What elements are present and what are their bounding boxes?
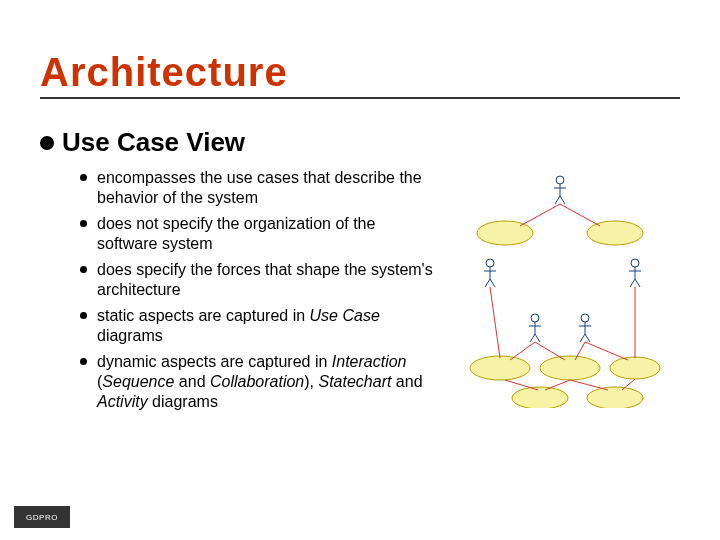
svg-line-33 xyxy=(560,204,600,226)
svg-line-19 xyxy=(535,334,540,342)
svg-line-23 xyxy=(580,334,585,342)
list-item: dynamic aspects are captured in Interact… xyxy=(80,352,440,412)
slide-title: Architecture xyxy=(40,50,680,99)
svg-line-39 xyxy=(585,342,628,360)
svg-line-24 xyxy=(585,334,590,342)
bullet-text: dynamic aspects are captured in Interact… xyxy=(97,352,440,412)
svg-point-0 xyxy=(556,176,564,184)
bullet-text: encompasses the use cases that describe … xyxy=(97,168,440,208)
svg-point-20 xyxy=(581,314,589,322)
bullet-icon xyxy=(80,358,87,365)
svg-point-31 xyxy=(587,387,643,408)
list-item: does not specify the organization of the… xyxy=(80,214,440,254)
svg-point-15 xyxy=(531,314,539,322)
svg-line-9 xyxy=(490,279,495,287)
svg-line-32 xyxy=(520,204,560,226)
svg-line-3 xyxy=(555,196,560,204)
list-item: encompasses the use cases that describe … xyxy=(80,168,440,208)
svg-line-8 xyxy=(485,279,490,287)
subheading: Use Case View xyxy=(40,127,680,158)
svg-line-18 xyxy=(530,334,535,342)
svg-line-40 xyxy=(505,380,538,390)
svg-point-25 xyxy=(477,221,533,245)
svg-line-13 xyxy=(630,279,635,287)
svg-line-42 xyxy=(570,380,608,390)
svg-point-30 xyxy=(512,387,568,408)
bullet-icon xyxy=(80,312,87,319)
bullet-icon xyxy=(80,174,87,181)
svg-line-41 xyxy=(545,380,570,390)
bullet-text: static aspects are captured in Use Case … xyxy=(97,306,440,346)
svg-line-37 xyxy=(535,342,565,360)
svg-line-36 xyxy=(510,342,535,360)
bullet-text: does not specify the organization of the… xyxy=(97,214,440,254)
bullet-list: encompasses the use cases that describe … xyxy=(40,168,440,418)
footer-logo-text: GDPRO xyxy=(26,513,58,522)
svg-point-29 xyxy=(610,357,660,379)
list-item: static aspects are captured in Use Case … xyxy=(80,306,440,346)
svg-point-10 xyxy=(631,259,639,267)
svg-point-5 xyxy=(486,259,494,267)
use-case-diagram-icon xyxy=(450,168,670,408)
bullet-icon xyxy=(80,220,87,227)
list-item: does specify the forces that shape the s… xyxy=(80,260,440,300)
bullet-icon xyxy=(80,266,87,273)
bullet-icon xyxy=(40,136,54,150)
subhead-text: Use Case View xyxy=(62,127,245,158)
svg-point-28 xyxy=(540,356,600,380)
svg-point-27 xyxy=(470,356,530,380)
bullet-text: does specify the forces that shape the s… xyxy=(97,260,440,300)
svg-line-4 xyxy=(560,196,565,204)
svg-point-26 xyxy=(587,221,643,245)
svg-line-34 xyxy=(490,287,500,358)
svg-line-14 xyxy=(635,279,640,287)
footer-logo: GDPRO xyxy=(14,506,70,528)
